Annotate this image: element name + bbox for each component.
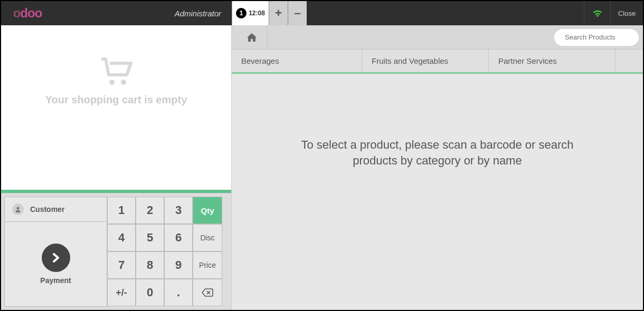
- numpad-7[interactable]: 7: [107, 251, 136, 279]
- payment-button[interactable]: Payment: [4, 222, 107, 307]
- category-fruits-vegetables[interactable]: Fruits and Vegetables: [362, 50, 489, 72]
- order-number-badge: 1: [236, 8, 247, 18]
- numpad-3[interactable]: 3: [164, 197, 193, 224]
- numpad-mode-price[interactable]: Price: [193, 251, 222, 279]
- cart-empty-text: Your shopping cart is empty: [45, 94, 187, 106]
- left-pane: Your shopping cart is empty Customer: [1, 25, 232, 310]
- delete-order-button[interactable]: –: [288, 1, 307, 25]
- home-icon: [246, 32, 258, 43]
- numpad-9[interactable]: 9: [164, 251, 193, 279]
- backspace-icon: [202, 288, 213, 297]
- svg-point-0: [109, 80, 115, 85]
- numpad-8[interactable]: 8: [136, 251, 164, 279]
- numpad-0[interactable]: 0: [136, 279, 164, 306]
- plus-icon: +: [275, 6, 282, 20]
- numpad-2[interactable]: 2: [136, 197, 164, 224]
- wifi-icon: [592, 9, 603, 17]
- numpad-6[interactable]: 6: [164, 224, 193, 251]
- cart-icon: [99, 57, 133, 89]
- action-pad: Customer Payment 1 2 3 Qty 4 5: [1, 193, 231, 310]
- customer-button[interactable]: Customer: [4, 197, 107, 222]
- numpad-1[interactable]: 1: [107, 197, 136, 224]
- top-header: odoo Administrator 1 12:08 + – Close: [1, 1, 643, 25]
- category-partner-services[interactable]: Partner Services: [489, 50, 615, 72]
- chevron-right-icon: [42, 244, 70, 272]
- connection-status[interactable]: [584, 1, 610, 25]
- search-box[interactable]: [554, 29, 639, 46]
- category-beverages[interactable]: Beverages: [232, 50, 362, 72]
- payment-label: Payment: [40, 276, 71, 285]
- new-order-button[interactable]: +: [269, 1, 288, 25]
- numpad-5[interactable]: 5: [136, 224, 164, 251]
- product-hint: To select a product, please scan a barco…: [290, 137, 585, 168]
- svg-point-2: [17, 207, 20, 210]
- category-row: Beverages Fruits and Vegetables Partner …: [232, 50, 643, 74]
- svg-point-1: [121, 80, 126, 85]
- user-label[interactable]: Administrator: [50, 1, 232, 25]
- search-input[interactable]: [565, 33, 644, 41]
- numpad-backspace[interactable]: [193, 279, 222, 306]
- user-icon: [12, 203, 24, 215]
- right-pane: Beverages Fruits and Vegetables Partner …: [232, 25, 643, 310]
- numpad-4[interactable]: 4: [107, 224, 136, 251]
- cart-area: Your shopping cart is empty: [1, 25, 231, 190]
- breadcrumb-bar: [232, 25, 643, 50]
- minus-icon: –: [294, 6, 300, 20]
- numpad-sign[interactable]: +/-: [107, 279, 136, 306]
- home-button[interactable]: [236, 26, 268, 49]
- order-time: 12:08: [249, 9, 265, 17]
- logo: odoo: [1, 1, 50, 25]
- close-button[interactable]: Close: [610, 1, 643, 25]
- customer-label: Customer: [30, 205, 64, 213]
- numpad: 1 2 3 Qty 4 5 6 Disc 7 8 9 Price +/- 0 .: [107, 197, 228, 307]
- product-area: To select a product, please scan a barco…: [232, 74, 643, 310]
- numpad-mode-disc[interactable]: Disc: [193, 224, 222, 251]
- numpad-mode-qty[interactable]: Qty: [193, 197, 222, 224]
- order-tab[interactable]: 1 12:08: [232, 1, 269, 25]
- numpad-dot[interactable]: .: [164, 279, 193, 306]
